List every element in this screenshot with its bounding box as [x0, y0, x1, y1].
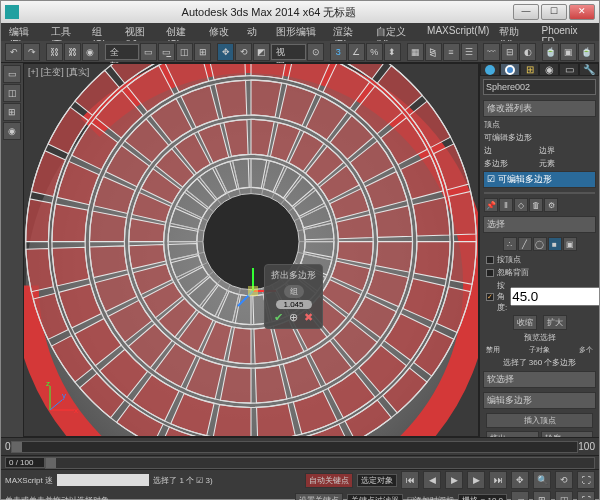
snap-icon[interactable]: 3 — [330, 43, 347, 61]
selection-rollout[interactable]: 选择 — [483, 216, 596, 233]
spinner-snap-icon[interactable]: ⬍ — [384, 43, 401, 61]
stack-item[interactable]: ☑ 可编辑多边形 — [483, 171, 596, 188]
nav-fov-icon[interactable]: ▱ — [511, 491, 529, 500]
menu-tools[interactable]: 工具(T) — [47, 23, 86, 41]
menu-grapheditors[interactable]: 图形编辑器 — [272, 23, 327, 41]
left-tool-2[interactable]: ◫ — [3, 84, 21, 102]
nav-orbit-icon[interactable]: ⟲ — [555, 471, 573, 489]
menu-maxscript[interactable]: MAXScript(M) — [423, 23, 493, 41]
menu-create[interactable]: 创建(C) — [162, 23, 202, 41]
grow-button[interactable]: 扩大 — [543, 315, 567, 330]
pivot-icon[interactable]: ⊙ — [307, 43, 324, 61]
schematic-icon[interactable]: ⊟ — [501, 43, 518, 61]
config-icon[interactable]: ⚙ — [544, 198, 558, 212]
so-polygon[interactable]: 多边形 — [484, 158, 537, 169]
undo-icon[interactable]: ↶ — [5, 43, 22, 61]
rotate-icon[interactable]: ⟲ — [235, 43, 252, 61]
tab-utilities[interactable]: 🔧 — [579, 63, 599, 76]
render-setup-icon[interactable]: 🍵 — [542, 43, 559, 61]
select-region-icon[interactable]: ◫ — [176, 43, 193, 61]
tab-modify[interactable] — [500, 63, 520, 76]
next-frame-icon[interactable]: ▶ — [467, 471, 485, 489]
caddy-cancel-icon[interactable]: ✖ — [304, 311, 313, 324]
angle-snap-icon[interactable]: ∠ — [348, 43, 365, 61]
time-slider[interactable] — [11, 441, 579, 453]
menu-edit[interactable]: 编辑(E) — [5, 23, 45, 41]
modifier-stack[interactable] — [484, 192, 595, 194]
menu-phoenixfd[interactable]: Phoenix FD — [537, 23, 595, 41]
left-tool-3[interactable]: ⊞ — [3, 103, 21, 121]
viewport[interactable]: [+] [主变] [真实] 挤出多边形 组 1.045 ✔ ⊕ ✖ — [23, 63, 479, 437]
goto-end-icon[interactable]: ⏭ — [489, 471, 507, 489]
play-icon[interactable]: ▶ — [445, 471, 463, 489]
nav-zoomext-icon[interactable]: ◫ — [555, 491, 573, 500]
so-edge[interactable]: 边 — [484, 145, 537, 156]
goto-start-icon[interactable]: ⏮ — [401, 471, 419, 489]
sel-border-icon[interactable]: ◯ — [533, 237, 547, 251]
nav-zoomall-icon[interactable]: ⊞ — [533, 491, 551, 500]
nav-pan-icon[interactable]: ✥ — [511, 471, 529, 489]
keymode-dropdown[interactable]: 选定对象 — [357, 474, 397, 487]
keyfilter-button[interactable]: 关键点过滤器 — [347, 494, 403, 501]
render-frame-icon[interactable]: ▣ — [560, 43, 577, 61]
by-angle-check[interactable] — [486, 293, 494, 301]
nav-min-icon[interactable]: ⛶ — [577, 491, 595, 500]
remove-mod-icon[interactable]: 🗑 — [529, 198, 543, 212]
editpoly-rollout[interactable]: 编辑多边形 — [483, 392, 596, 409]
caddy-ok-icon[interactable]: ✔ — [274, 311, 283, 324]
prev-frame-icon[interactable]: ◀ — [423, 471, 441, 489]
tab-display[interactable]: ▭ — [559, 63, 579, 76]
object-name-field[interactable]: Sphere002 — [483, 79, 596, 95]
viewport-label[interactable]: [+] [主变] [真实] — [28, 66, 89, 79]
align-icon[interactable]: ≡ — [443, 43, 460, 61]
menu-view[interactable]: 视图(V) — [121, 23, 161, 41]
bind-icon[interactable]: ◉ — [82, 43, 99, 61]
show-end-icon[interactable]: Ⅱ — [499, 198, 513, 212]
sel-polygon-icon[interactable]: ■ — [548, 237, 562, 251]
sel-edge-icon[interactable]: ╱ — [518, 237, 532, 251]
curve-editor-icon[interactable]: 〰 — [483, 43, 500, 61]
tab-hierarchy[interactable]: ⊞ — [520, 63, 540, 76]
nav-max-icon[interactable]: ⛶ — [577, 471, 595, 489]
unique-icon[interactable]: ◇ — [514, 198, 528, 212]
modifier-list-dropdown[interactable]: 修改器列表 — [483, 100, 596, 117]
menu-help[interactable]: 帮助(H) — [495, 23, 535, 41]
menu-customize[interactable]: 自定义(U) — [372, 23, 422, 41]
so-border[interactable]: 边界 — [539, 145, 592, 156]
softsel-rollout[interactable]: 软选择 — [483, 371, 596, 388]
close-button[interactable]: ✕ — [569, 4, 595, 20]
move-icon[interactable]: ✥ — [217, 43, 234, 61]
menu-animation[interactable]: 动画 — [243, 23, 270, 41]
maxscript-listener[interactable] — [57, 474, 149, 486]
pin-stack-icon[interactable]: 📌 — [484, 198, 498, 212]
select-icon[interactable]: ▭ — [140, 43, 157, 61]
autokey-button[interactable]: 自动关键点 — [305, 473, 353, 488]
so-vertex[interactable]: 顶点 — [484, 119, 537, 130]
menu-modifiers[interactable]: 修改器 — [205, 23, 241, 41]
caddy-value[interactable]: 1.045 — [276, 300, 312, 309]
minimize-button[interactable]: — — [513, 4, 539, 20]
ignore-backface-check[interactable] — [486, 269, 494, 277]
left-tool-1[interactable]: ▭ — [3, 65, 21, 83]
unlink-icon[interactable]: ⛓̸ — [64, 43, 81, 61]
scale-icon[interactable]: ◩ — [253, 43, 270, 61]
maximize-button[interactable]: ☐ — [541, 4, 567, 20]
frame-display[interactable]: 0 / 100 — [5, 457, 45, 468]
link-icon[interactable]: ⛓ — [46, 43, 63, 61]
shrink-button[interactable]: 收缩 — [513, 315, 537, 330]
sel-element-icon[interactable]: ▣ — [563, 237, 577, 251]
trackbar[interactable] — [45, 457, 595, 469]
tab-motion[interactable]: ◉ — [539, 63, 559, 76]
menu-render[interactable]: 渲染(R) — [329, 23, 369, 41]
caddy-mode[interactable]: 组 — [284, 285, 304, 298]
angle-field[interactable] — [510, 287, 599, 306]
nav-zoom-icon[interactable]: 🔍 — [533, 471, 551, 489]
so-element[interactable]: 元素 — [539, 158, 592, 169]
tab-create[interactable] — [480, 63, 500, 76]
named-sel-icon[interactable]: ▦ — [407, 43, 424, 61]
prev-multi[interactable]: 多个 — [579, 345, 593, 355]
refcoord-dropdown[interactable]: 视图 — [271, 44, 306, 60]
prev-off[interactable]: 禁用 — [486, 345, 500, 355]
left-tool-4[interactable]: ◉ — [3, 122, 21, 140]
redo-icon[interactable]: ↷ — [23, 43, 40, 61]
